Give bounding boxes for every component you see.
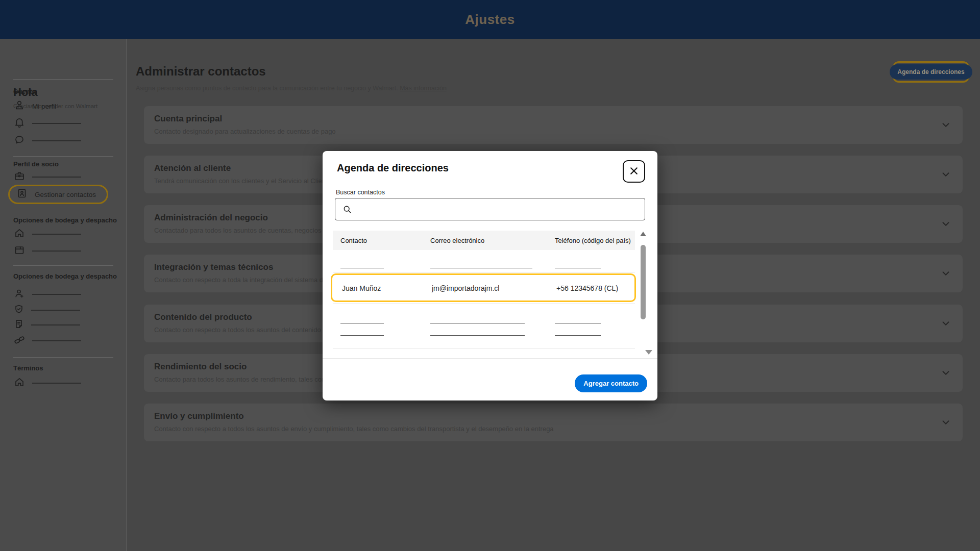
divider [13, 79, 113, 80]
redacted-cell [340, 323, 384, 323]
modal-title: Agenda de direcciones [337, 162, 449, 174]
main-page-description: Asigna personas como puntos de contacto … [136, 85, 447, 92]
section-label-opciones-1: Opciones de bodega y despacho [13, 216, 117, 224]
bell-icon [13, 116, 26, 131]
search-label: Buscar contactos [336, 189, 385, 196]
redacted-cell [430, 323, 525, 323]
redacted-cell [555, 323, 601, 323]
settings-sidebar: Hola Gracias por vender con Walmart Cuen… [0, 39, 127, 551]
section-label-terminos: Términos [13, 364, 43, 372]
home-icon [13, 376, 26, 390]
contact-email-cell: jm@importadorajm.cl [432, 284, 499, 292]
sidebar-item-security[interactable] [13, 304, 80, 317]
chevron-down-icon [940, 367, 951, 381]
chevron-down-icon [940, 417, 951, 430]
address-book-modal: Agenda de direcciones Buscar contactos C… [323, 151, 657, 400]
redacted-label [31, 324, 80, 325]
redacted-cell [430, 268, 532, 268]
user-plus-icon [13, 287, 26, 302]
redacted-label [32, 177, 81, 178]
redacted-label [32, 294, 81, 295]
sidebar-item-label: Mi perfil [32, 103, 56, 110]
redacted-cell [340, 268, 384, 268]
accordion-cuenta-principal[interactable]: Cuenta principal Contacto designado para… [144, 106, 963, 144]
scroll-down-icon[interactable] [645, 350, 652, 355]
sidebar-item-business[interactable] [13, 170, 81, 184]
redacted-label [32, 340, 81, 341]
section-label-cuenta: Cuenta [13, 88, 36, 95]
redacted-cell [555, 268, 601, 268]
table-header-row: Contacto Correo electrónico Teléfono (có… [333, 231, 635, 250]
add-contact-button[interactable]: Agregar contacto [575, 374, 647, 392]
sidebar-item-gestionar-contactos[interactable]: Gestionar contactos [8, 185, 108, 204]
accordion-description: Contacto designado para actualizaciones … [154, 128, 934, 135]
row-divider [333, 272, 635, 272]
section-label-opciones-2: Opciones de bodega y despacho [13, 272, 117, 280]
column-header-correo: Correo electrónico [430, 237, 484, 244]
scroll-up-icon[interactable] [640, 232, 646, 236]
chevron-down-icon [940, 169, 951, 182]
sidebar-item-label: Gestionar contactos [35, 191, 96, 198]
document-icon [13, 318, 24, 332]
column-header-contacto: Contacto [340, 237, 367, 244]
scrollbar-thumb[interactable] [641, 245, 646, 319]
divider [13, 156, 113, 157]
package-icon [13, 244, 26, 258]
search-input[interactable] [358, 198, 645, 220]
row-divider [333, 304, 635, 304]
page-title: Ajustes [465, 12, 514, 28]
sidebar-item-terms[interactable] [13, 377, 81, 390]
sidebar-item-messages[interactable] [13, 134, 81, 147]
redacted-label [32, 140, 81, 141]
chevron-down-icon [940, 218, 951, 232]
modal-footer-divider [323, 358, 657, 359]
sidebar-item-documents[interactable] [13, 318, 80, 332]
address-book-button-highlight: Agenda de direcciones [893, 61, 969, 83]
more-info-link[interactable]: Más información [400, 85, 447, 92]
contact-phone-cell: +56 12345678 (CL) [556, 284, 618, 292]
main-page-title: Administrar contactos [136, 64, 266, 79]
shield-check-icon [13, 304, 24, 317]
redacted-cell [555, 335, 601, 336]
accordion-title: Cuenta principal [154, 114, 934, 124]
row-divider [333, 348, 635, 348]
column-header-telefono: Teléfono (código del país) [555, 237, 631, 244]
redacted-label [31, 310, 80, 311]
sidebar-item-mi-perfil[interactable]: Mi perfil [13, 99, 56, 113]
chevron-down-icon [940, 268, 951, 281]
accordion-envio-cumplimiento[interactable]: Envío y cumplimiento Contacto con respec… [144, 404, 963, 441]
divider [13, 357, 113, 358]
user-icon [13, 99, 26, 113]
redacted-label [32, 383, 81, 384]
divider [13, 265, 113, 266]
link-icon [13, 334, 26, 348]
redacted-label [32, 234, 81, 235]
search-icon [335, 204, 358, 215]
redacted-cell [340, 335, 384, 336]
sidebar-item-shipping-box[interactable] [13, 244, 81, 258]
chat-icon [13, 134, 26, 148]
description-text: Asigna personas como puntos de contacto … [136, 85, 398, 92]
section-label-perfil-socio: Perfil de socio [13, 160, 59, 168]
sidebar-item-integrations[interactable] [13, 334, 81, 347]
home-icon [13, 227, 26, 241]
table-scrollbar [640, 231, 646, 357]
chevron-down-icon [940, 318, 951, 331]
redacted-cell [430, 335, 525, 336]
sidebar-item-warehouse[interactable] [13, 228, 81, 241]
briefcase-icon [13, 170, 26, 184]
close-icon [629, 166, 639, 178]
accordion-title: Envío y cumplimiento [154, 411, 934, 421]
redacted-label [32, 123, 81, 124]
table-row-juan-munoz[interactable]: Juan Muñoz jm@importadorajm.cl +56 12345… [331, 273, 636, 302]
sidebar-item-user-roles[interactable] [13, 288, 81, 301]
sidebar-item-notifications[interactable] [13, 117, 81, 130]
modal-close-button[interactable] [623, 160, 645, 183]
address-book-button[interactable]: Agenda de direcciones [890, 64, 972, 80]
app-header: Ajustes [0, 0, 980, 39]
contact-search-field [335, 198, 645, 220]
accordion-description: Contacto con respecto a todos los asunto… [154, 425, 934, 433]
redacted-label [32, 251, 81, 252]
contact-name-cell: Juan Muñoz [342, 284, 381, 292]
chevron-down-icon [940, 119, 951, 133]
